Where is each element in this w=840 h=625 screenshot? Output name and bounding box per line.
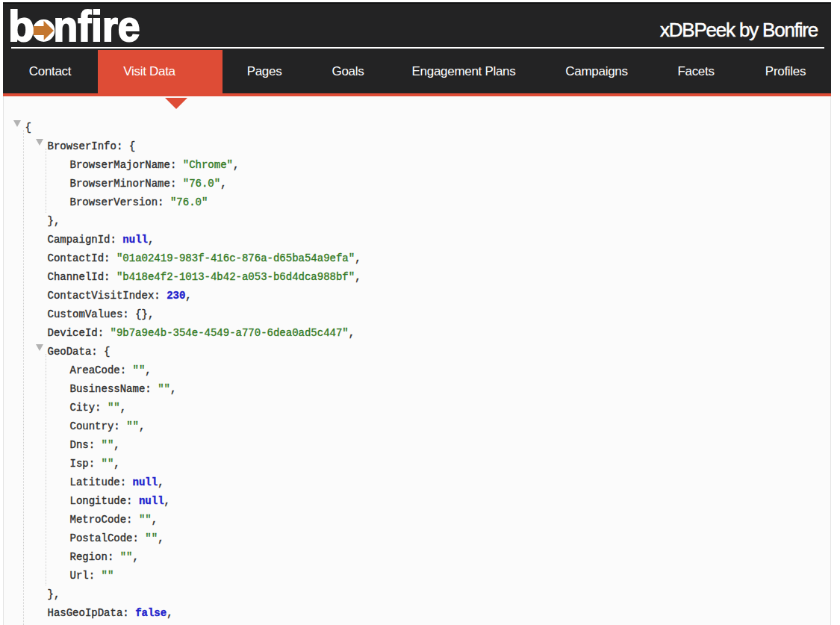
svg-text:b: b bbox=[10, 9, 34, 50]
svg-text:nfire: nfire bbox=[54, 9, 140, 50]
